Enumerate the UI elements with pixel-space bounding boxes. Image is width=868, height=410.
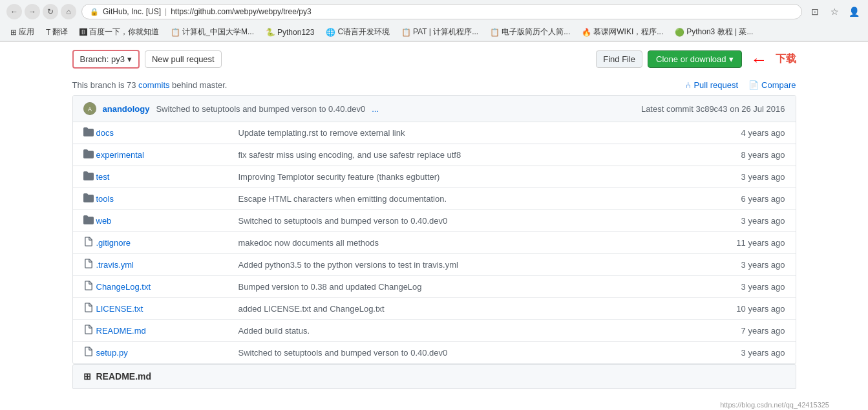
- file-icon: [83, 347, 96, 359]
- file-commit-message: makedoc now documents all methods: [238, 238, 721, 248]
- file-name-link[interactable]: README.md: [96, 326, 146, 336]
- bookmark-python3[interactable]: 🟢 Python3 教程 | 菜...: [671, 25, 757, 39]
- folder-icon: [83, 149, 96, 161]
- commit-header: A anandology Switched to setuptools and …: [73, 96, 796, 122]
- compare-link[interactable]: 📄 Compare: [748, 80, 796, 90]
- commit-author-link[interactable]: anandology: [103, 104, 150, 114]
- clone-or-download-button[interactable]: Clone or download ▾: [648, 50, 741, 68]
- folder-icon: [83, 215, 96, 227]
- separator: |: [165, 7, 167, 16]
- annotation-wrapper: 下载: [773, 52, 796, 66]
- branch-label: Branch: py3: [80, 54, 125, 64]
- file-age: 3 years ago: [721, 348, 785, 358]
- pat-icon: 📋: [401, 28, 411, 37]
- python3-icon: 🟢: [675, 28, 684, 37]
- file-commit-message: Added python3.5 to the python versions t…: [238, 260, 721, 270]
- file-name-link[interactable]: LICENSE.txt: [96, 304, 143, 314]
- bookmark-baidu[interactable]: 🅱 百度一下，你就知道: [76, 25, 163, 39]
- repo-toolbar-left: Branch: py3 ▾ New pull request: [72, 50, 222, 69]
- home-button[interactable]: ⌂: [61, 4, 76, 19]
- red-arrow-icon: ←: [751, 51, 768, 68]
- file-table: A anandology Switched to setuptools and …: [72, 95, 796, 364]
- file-name: ChangeLog.txt: [96, 282, 238, 292]
- file-commit-message: Escape HTML characters when emitting doc…: [238, 194, 721, 204]
- commit-ellipsis[interactable]: ...: [372, 104, 379, 114]
- address-bar[interactable]: 🔒 GitHub, Inc. [US] | https://github.com…: [81, 4, 802, 19]
- pull-request-link[interactable]: ⑃ Pull request: [686, 80, 738, 90]
- browser-chrome: ← → ↻ ⌂ 🔒 GitHub, Inc. [US] | https://gi…: [0, 0, 868, 42]
- new-pull-request-button[interactable]: New pull request: [145, 50, 222, 68]
- bookmark-mooc[interactable]: 📋 计算机_中国大学M...: [167, 25, 258, 39]
- file-icon: [83, 325, 96, 337]
- folder-icon: [83, 171, 96, 183]
- file-commit-message: Update templating.rst to remove external…: [238, 128, 721, 138]
- branch-info-right: ⑃ Pull request 📄 Compare: [686, 80, 796, 90]
- mooc-icon: 📋: [171, 28, 180, 37]
- bookmark-button[interactable]: ☆: [827, 4, 842, 19]
- file-name-link[interactable]: .gitignore: [96, 238, 131, 248]
- resume-icon: 📋: [490, 28, 500, 37]
- table-row: setup.py Switched to setuptools and bump…: [73, 342, 796, 363]
- c-env-icon: 🌐: [326, 28, 335, 37]
- avatar: A: [83, 102, 96, 115]
- file-age: 4 years ago: [721, 128, 785, 138]
- profile-button[interactable]: 👤: [846, 4, 862, 19]
- browser-toolbar: ← → ↻ ⌂ 🔒 GitHub, Inc. [US] | https://gi…: [0, 0, 868, 23]
- nav-buttons: ← → ↻ ⌂: [6, 4, 76, 19]
- file-name-link[interactable]: experimental: [96, 150, 144, 160]
- bookmark-imooc[interactable]: 🔥 慕课网WIKI，程序...: [578, 25, 667, 39]
- file-icon: [83, 303, 96, 315]
- find-file-button[interactable]: Find File: [596, 50, 642, 68]
- file-icon: [83, 281, 96, 293]
- toolbar-right-wrapper: Find File Clone or download ▾ ← 下载: [596, 50, 796, 68]
- forward-button[interactable]: →: [25, 4, 40, 19]
- url-text: https://github.com/webpy/webpy/tree/py3: [171, 7, 311, 16]
- refresh-button[interactable]: ↻: [43, 4, 58, 19]
- file-name: LICENSE.txt: [96, 304, 238, 314]
- bookmark-translate[interactable]: T 翻译: [42, 25, 72, 39]
- file-name-link[interactable]: ChangeLog.txt: [96, 282, 151, 292]
- file-name: setup.py: [96, 348, 238, 358]
- table-row: LICENSE.txt added LICENSE.txt and Change…: [73, 298, 796, 320]
- commits-link[interactable]: commits: [138, 80, 169, 90]
- file-name-link[interactable]: setup.py: [96, 348, 128, 358]
- file-icon: [83, 259, 96, 271]
- file-age: 3 years ago: [721, 282, 785, 292]
- back-button[interactable]: ←: [6, 4, 22, 19]
- file-name: web: [96, 216, 238, 226]
- file-name: experimental: [96, 150, 238, 160]
- table-row: web Switched to setuptools and bumped ve…: [73, 210, 796, 232]
- bookmark-resume[interactable]: 📋 电子版简历个人简...: [486, 25, 574, 39]
- file-commit-message: Bumped version to 0.38 and updated Chang…: [238, 282, 721, 292]
- file-name-link[interactable]: tools: [96, 194, 114, 204]
- file-name: docs: [96, 128, 238, 138]
- file-name-link[interactable]: docs: [96, 128, 114, 138]
- bookmark-apps[interactable]: ⊞ 应用: [6, 25, 38, 39]
- bookmark-pat[interactable]: 📋 PAT | 计算机程序...: [397, 25, 482, 39]
- file-rows-container: docs Update templating.rst to remove ext…: [73, 122, 796, 363]
- bookmark-c-env[interactable]: 🌐 C语言开发环境: [322, 25, 394, 39]
- site-label: GitHub, Inc. [US]: [103, 7, 161, 16]
- file-age: 10 years ago: [721, 304, 785, 314]
- repo-toolbar-right: Find File Clone or download ▾: [596, 50, 741, 68]
- branch-dropdown-icon: ▾: [127, 54, 132, 64]
- file-age: 11 years ago: [721, 238, 785, 248]
- branch-selector[interactable]: Branch: py3 ▾: [72, 50, 140, 69]
- bookmark-python123[interactable]: 🐍 Python123: [262, 27, 318, 38]
- branch-info-bar: This branch is 73 commits behind master.…: [72, 75, 796, 95]
- file-commit-message: Switched to setuptools and bumped verson…: [238, 348, 721, 358]
- file-icon: [83, 237, 96, 249]
- clone-label: Clone or download: [656, 54, 726, 64]
- file-name-link[interactable]: web: [96, 216, 112, 226]
- file-age: 6 years ago: [721, 194, 785, 204]
- file-name-link[interactable]: test: [96, 172, 110, 182]
- file-age: 3 years ago: [721, 172, 785, 182]
- svg-text:A: A: [87, 106, 91, 113]
- table-row: test Improving Templotor security featur…: [73, 166, 796, 188]
- cast-button[interactable]: ⊡: [807, 4, 823, 19]
- readme-grid-icon: ⊞: [83, 371, 91, 382]
- file-name-link[interactable]: .travis.yml: [96, 260, 134, 270]
- table-row: experimental fix safestr miss using enco…: [73, 144, 796, 166]
- lock-icon: 🔒: [90, 8, 99, 16]
- pull-request-icon: ⑃: [686, 80, 691, 90]
